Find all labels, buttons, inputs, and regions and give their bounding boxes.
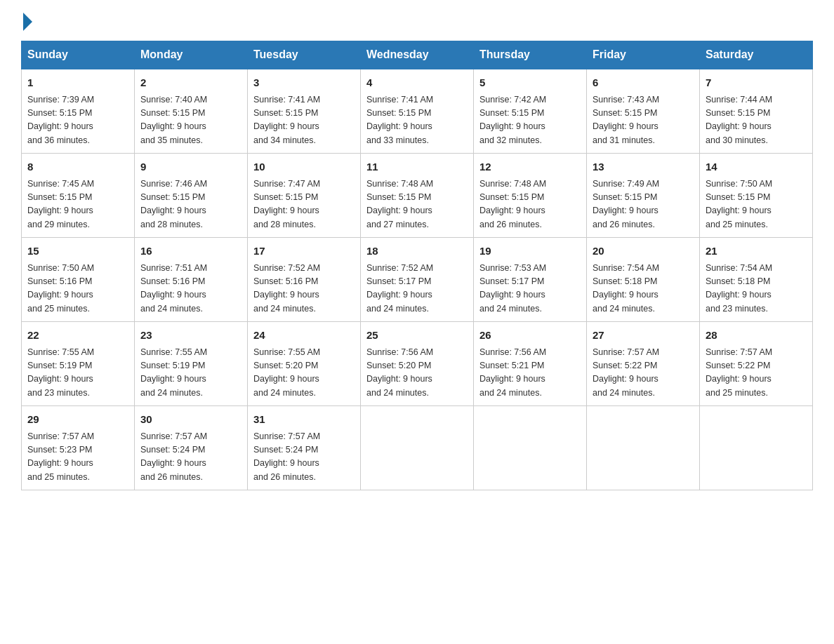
calendar-table: SundayMondayTuesdayWednesdayThursdayFrid… xyxy=(21,41,813,490)
calendar-cell: 8 Sunrise: 7:45 AM Sunset: 5:15 PM Dayli… xyxy=(22,154,135,238)
day-number: 13 xyxy=(593,159,694,175)
calendar-header-row: SundayMondayTuesdayWednesdayThursdayFrid… xyxy=(22,41,813,69)
day-info: Sunrise: 7:49 AM Sunset: 5:15 PM Dayligh… xyxy=(593,177,694,232)
day-number: 12 xyxy=(479,159,581,175)
day-info: Sunrise: 7:50 AM Sunset: 5:15 PM Dayligh… xyxy=(706,177,807,232)
calendar-cell: 16 Sunrise: 7:51 AM Sunset: 5:16 PM Dayl… xyxy=(135,238,248,322)
day-info: Sunrise: 7:56 AM Sunset: 5:21 PM Dayligh… xyxy=(479,346,581,401)
day-of-week-header: Monday xyxy=(135,41,248,69)
day-number: 3 xyxy=(253,75,355,91)
day-number: 15 xyxy=(27,243,128,260)
day-info: Sunrise: 7:48 AM Sunset: 5:15 PM Dayligh… xyxy=(366,177,468,232)
day-number: 29 xyxy=(27,412,128,428)
calendar-cell: 29 Sunrise: 7:57 AM Sunset: 5:23 PM Dayl… xyxy=(22,406,135,490)
day-number: 30 xyxy=(140,412,241,428)
day-number: 2 xyxy=(140,75,241,91)
day-info: Sunrise: 7:41 AM Sunset: 5:15 PM Dayligh… xyxy=(253,93,355,148)
calendar-cell: 1 Sunrise: 7:39 AM Sunset: 5:15 PM Dayli… xyxy=(22,69,135,154)
calendar-cell: 18 Sunrise: 7:52 AM Sunset: 5:17 PM Dayl… xyxy=(361,238,474,322)
calendar-cell: 19 Sunrise: 7:53 AM Sunset: 5:17 PM Dayl… xyxy=(474,238,587,322)
day-number: 16 xyxy=(140,243,241,260)
day-number: 17 xyxy=(253,243,355,260)
calendar-cell: 7 Sunrise: 7:44 AM Sunset: 5:15 PM Dayli… xyxy=(700,69,813,154)
day-info: Sunrise: 7:54 AM Sunset: 5:18 PM Dayligh… xyxy=(706,262,807,316)
calendar-cell: 17 Sunrise: 7:52 AM Sunset: 5:16 PM Dayl… xyxy=(248,238,361,322)
calendar-cell xyxy=(361,406,474,490)
calendar-cell: 20 Sunrise: 7:54 AM Sunset: 5:18 PM Dayl… xyxy=(587,238,700,322)
day-info: Sunrise: 7:44 AM Sunset: 5:15 PM Dayligh… xyxy=(706,93,807,148)
day-of-week-header: Sunday xyxy=(22,41,135,69)
day-info: Sunrise: 7:56 AM Sunset: 5:20 PM Dayligh… xyxy=(366,346,468,401)
day-info: Sunrise: 7:55 AM Sunset: 5:19 PM Dayligh… xyxy=(27,346,128,401)
day-of-week-header: Tuesday xyxy=(248,41,361,69)
day-number: 27 xyxy=(593,328,694,344)
day-number: 23 xyxy=(140,328,241,344)
calendar-cell: 12 Sunrise: 7:48 AM Sunset: 5:15 PM Dayl… xyxy=(474,154,587,238)
calendar-cell: 3 Sunrise: 7:41 AM Sunset: 5:15 PM Dayli… xyxy=(248,69,361,154)
day-info: Sunrise: 7:47 AM Sunset: 5:15 PM Dayligh… xyxy=(253,177,355,232)
day-info: Sunrise: 7:53 AM Sunset: 5:17 PM Dayligh… xyxy=(479,262,581,316)
calendar-cell: 13 Sunrise: 7:49 AM Sunset: 5:15 PM Dayl… xyxy=(587,154,700,238)
calendar-cell: 9 Sunrise: 7:46 AM Sunset: 5:15 PM Dayli… xyxy=(135,154,248,238)
day-number: 4 xyxy=(366,75,468,91)
calendar-cell: 22 Sunrise: 7:55 AM Sunset: 5:19 PM Dayl… xyxy=(22,322,135,406)
day-of-week-header: Wednesday xyxy=(361,41,474,69)
calendar-cell: 14 Sunrise: 7:50 AM Sunset: 5:15 PM Dayl… xyxy=(700,154,813,238)
day-number: 18 xyxy=(366,243,468,260)
calendar-cell xyxy=(587,406,700,490)
day-info: Sunrise: 7:57 AM Sunset: 5:22 PM Dayligh… xyxy=(593,346,694,401)
day-info: Sunrise: 7:50 AM Sunset: 5:16 PM Dayligh… xyxy=(27,262,128,316)
calendar-week-row: 29 Sunrise: 7:57 AM Sunset: 5:23 PM Dayl… xyxy=(22,406,813,490)
calendar-cell: 4 Sunrise: 7:41 AM Sunset: 5:15 PM Dayli… xyxy=(361,69,474,154)
day-number: 20 xyxy=(593,243,694,260)
calendar-cell: 21 Sunrise: 7:54 AM Sunset: 5:18 PM Dayl… xyxy=(700,238,813,322)
calendar-week-row: 8 Sunrise: 7:45 AM Sunset: 5:15 PM Dayli… xyxy=(22,154,813,238)
calendar-cell: 10 Sunrise: 7:47 AM Sunset: 5:15 PM Dayl… xyxy=(248,154,361,238)
day-info: Sunrise: 7:40 AM Sunset: 5:15 PM Dayligh… xyxy=(140,93,241,148)
calendar-cell: 31 Sunrise: 7:57 AM Sunset: 5:24 PM Dayl… xyxy=(248,406,361,490)
page-header xyxy=(21,14,813,28)
calendar-cell: 26 Sunrise: 7:56 AM Sunset: 5:21 PM Dayl… xyxy=(474,322,587,406)
day-number: 22 xyxy=(27,328,128,344)
calendar-cell: 15 Sunrise: 7:50 AM Sunset: 5:16 PM Dayl… xyxy=(22,238,135,322)
day-number: 31 xyxy=(253,412,355,428)
day-info: Sunrise: 7:39 AM Sunset: 5:15 PM Dayligh… xyxy=(27,93,128,148)
day-info: Sunrise: 7:52 AM Sunset: 5:16 PM Dayligh… xyxy=(253,262,355,316)
day-number: 28 xyxy=(706,328,807,344)
day-number: 24 xyxy=(253,328,355,344)
calendar-cell: 6 Sunrise: 7:43 AM Sunset: 5:15 PM Dayli… xyxy=(587,69,700,154)
logo xyxy=(21,14,32,28)
day-info: Sunrise: 7:54 AM Sunset: 5:18 PM Dayligh… xyxy=(593,262,694,316)
day-number: 25 xyxy=(366,328,468,344)
day-info: Sunrise: 7:51 AM Sunset: 5:16 PM Dayligh… xyxy=(140,262,241,316)
calendar-cell: 11 Sunrise: 7:48 AM Sunset: 5:15 PM Dayl… xyxy=(361,154,474,238)
logo-arrow-icon xyxy=(23,13,32,31)
day-number: 21 xyxy=(706,243,807,260)
calendar-cell: 2 Sunrise: 7:40 AM Sunset: 5:15 PM Dayli… xyxy=(135,69,248,154)
calendar-week-row: 15 Sunrise: 7:50 AM Sunset: 5:16 PM Dayl… xyxy=(22,238,813,322)
calendar-cell xyxy=(474,406,587,490)
calendar-cell: 25 Sunrise: 7:56 AM Sunset: 5:20 PM Dayl… xyxy=(361,322,474,406)
calendar-cell: 5 Sunrise: 7:42 AM Sunset: 5:15 PM Dayli… xyxy=(474,69,587,154)
day-of-week-header: Friday xyxy=(587,41,700,69)
day-info: Sunrise: 7:57 AM Sunset: 5:24 PM Dayligh… xyxy=(140,430,241,485)
day-info: Sunrise: 7:52 AM Sunset: 5:17 PM Dayligh… xyxy=(366,262,468,316)
day-number: 11 xyxy=(366,159,468,175)
day-info: Sunrise: 7:57 AM Sunset: 5:22 PM Dayligh… xyxy=(706,346,807,401)
day-info: Sunrise: 7:55 AM Sunset: 5:20 PM Dayligh… xyxy=(253,346,355,401)
calendar-cell: 24 Sunrise: 7:55 AM Sunset: 5:20 PM Dayl… xyxy=(248,322,361,406)
calendar-cell: 28 Sunrise: 7:57 AM Sunset: 5:22 PM Dayl… xyxy=(700,322,813,406)
day-number: 10 xyxy=(253,159,355,175)
calendar-cell: 23 Sunrise: 7:55 AM Sunset: 5:19 PM Dayl… xyxy=(135,322,248,406)
day-number: 8 xyxy=(27,159,128,175)
day-number: 5 xyxy=(479,75,581,91)
day-number: 9 xyxy=(140,159,241,175)
day-info: Sunrise: 7:42 AM Sunset: 5:15 PM Dayligh… xyxy=(479,93,581,148)
day-of-week-header: Saturday xyxy=(700,41,813,69)
calendar-cell: 27 Sunrise: 7:57 AM Sunset: 5:22 PM Dayl… xyxy=(587,322,700,406)
day-info: Sunrise: 7:57 AM Sunset: 5:24 PM Dayligh… xyxy=(253,430,355,485)
day-number: 1 xyxy=(27,75,128,91)
day-of-week-header: Thursday xyxy=(474,41,587,69)
calendar-cell: 30 Sunrise: 7:57 AM Sunset: 5:24 PM Dayl… xyxy=(135,406,248,490)
day-number: 19 xyxy=(479,243,581,260)
